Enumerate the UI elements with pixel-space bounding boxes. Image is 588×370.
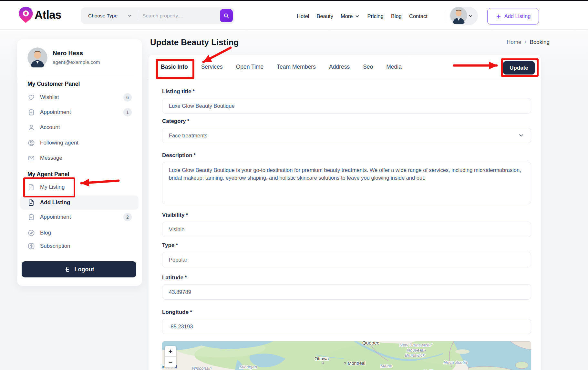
map-zoom-in-button[interactable]: + [165,346,176,357]
add-listing-button[interactable]: Add Listing [487,8,539,25]
sidebar-item-wishlist[interactable]: Wishlist 6 [20,90,139,105]
category-field: Category* Face treatments [162,118,531,143]
visibility-field: Visibility* Visible [162,212,531,237]
nav-divider [445,11,445,21]
brand-logo[interactable]: Atlas [18,6,61,23]
breadcrumb-home-link[interactable]: Home [507,39,521,45]
longitude-input[interactable]: -85.23193 [162,319,531,334]
sidebar-item-message[interactable]: Message [20,151,139,165]
user-menu[interactable] [449,7,478,25]
nav-item-more[interactable]: More [341,13,360,19]
user-icon [27,124,35,131]
nav-item-pricing[interactable]: Pricing [367,13,384,19]
type-input[interactable]: Popular [162,252,531,267]
update-button[interactable]: Update [503,61,535,75]
montreal-marker [344,362,346,364]
sidebar-item-add-listing[interactable]: Add Listing [20,195,139,210]
user-name: Nero Hess [53,50,83,57]
nav-item-contact[interactable]: Contact [409,13,428,19]
avatar [27,47,47,69]
location-map[interactable]: Québec Ottawa Montréal Saint Paul Halifa… [162,341,531,370]
map-label-nova-scotia: Nova Scotia [444,360,467,365]
user-circle-icon [27,139,35,147]
breadcrumb-current: Booking [530,39,550,45]
user-email: agent@example.com [53,59,100,65]
nav-item-blog[interactable]: Blog [391,13,402,19]
plus-icon [496,14,501,19]
search-button[interactable] [220,9,233,22]
property-search-bar: Choose Type Search property.... [81,7,234,24]
agent-appointment-count-badge: 2 [123,213,132,221]
map-zoom-out-button[interactable]: − [165,357,176,368]
field-label: Description* [162,152,531,159]
document-icon [27,183,35,191]
tab-team-members[interactable]: Team Members [277,55,316,79]
logout-icon [64,266,71,273]
customer-panel-heading: My Customer Panel [27,81,80,87]
nav-item-beauty[interactable]: Beauty [317,13,333,19]
map-pin-logo-icon [18,6,33,23]
map-label-quebec: Québec [362,341,379,345]
avatar [450,7,467,25]
dollar-icon [27,242,35,250]
choose-type-dropdown[interactable]: Choose Type [81,13,137,19]
chevron-down-icon [127,13,132,18]
listing-form-card: Basic Info Services Open Time Team Membe… [149,55,541,370]
map-label-ottawa: Ottawa [315,356,329,361]
appointment-count-badge: 1 [123,108,132,116]
pencil-icon [27,229,35,237]
logout-button[interactable]: Logout [22,261,136,277]
latitude-input[interactable]: 43.89789 [162,284,531,300]
latitude-field: Latitude* 43.89789 [162,275,531,300]
description-field: Description* Luxe Glow Beauty Boutique i… [162,152,531,204]
tab-open-time[interactable]: Open Time [236,55,264,79]
search-input[interactable]: Search property.... [137,13,220,19]
longitude-field: Longitude* -85.23193 [162,309,531,334]
nav-item-hotel[interactable]: Hotel [297,13,309,19]
primary-nav: Hotel Beauty More Pricing Blog Contact [297,3,428,30]
breadcrumb-separator: / [525,39,526,45]
listing-title-input[interactable]: Luxe Glow Beauty Boutique [162,98,531,114]
map-label-new-brunswick-3: Brunswick [405,353,425,358]
tab-media[interactable]: Media [386,55,402,79]
tab-address[interactable]: Address [329,55,350,79]
listing-title-field: Listing title* Luxe Glow Beauty Boutique [162,88,531,114]
sidebar-item-blog[interactable]: Blog [20,226,139,240]
agent-panel-heading: My Agent Panel [27,171,69,178]
page-title: Update Beauty Listing [150,37,239,47]
divider [27,75,134,75]
field-label: Listing title* [162,88,531,95]
sidebar-item-following-agent[interactable]: Following agent [20,136,139,150]
chevron-down-icon [468,13,473,19]
sidebar-item-appointment[interactable]: Appointment 1 [20,105,139,119]
map-label-new-brunswick-1: New Brunswick / [399,343,432,347]
tab-basic-info[interactable]: Basic Info [161,55,188,79]
category-select[interactable]: Face treatments [162,128,531,143]
field-label: Type* [162,242,531,249]
map-label-maine: Maine [380,364,392,368]
tab-seo[interactable]: Seo [363,55,373,79]
sidebar-item-agent-appointment[interactable]: Appointment 2 [20,210,139,224]
chevron-down-icon [355,14,360,19]
clipboard-check-icon [27,213,35,221]
map-label-michigan: Michigan [240,365,257,369]
heart-icon [27,94,35,101]
brand-name: Atlas [35,8,61,21]
type-field: Type* Popular [162,242,531,267]
field-label: Longitude* [162,309,531,315]
wishlist-count-badge: 6 [123,93,132,102]
field-label: Visibility* [162,212,531,218]
visibility-input[interactable]: Visible [162,222,531,237]
tab-services[interactable]: Services [201,55,223,79]
description-textarea[interactable]: Luxe Glow Beauty Boutique is your go-to … [162,162,531,204]
sidebar-item-my-listing[interactable]: My Listing [20,180,139,194]
field-label: Category* [162,118,531,125]
map-label-wisconsin: Wisconsin [192,366,211,370]
map-label-montreal: Montréal [348,361,365,366]
sidebar-item-subscription[interactable]: Subscription [20,239,139,253]
map-label-new-brunswick-2: Nouveau- [407,348,426,353]
sidebar-item-account[interactable]: Account [20,120,139,135]
search-icon [223,13,230,19]
choose-type-label: Choose Type [88,13,118,19]
map-zoom-controls: + − [165,346,176,368]
